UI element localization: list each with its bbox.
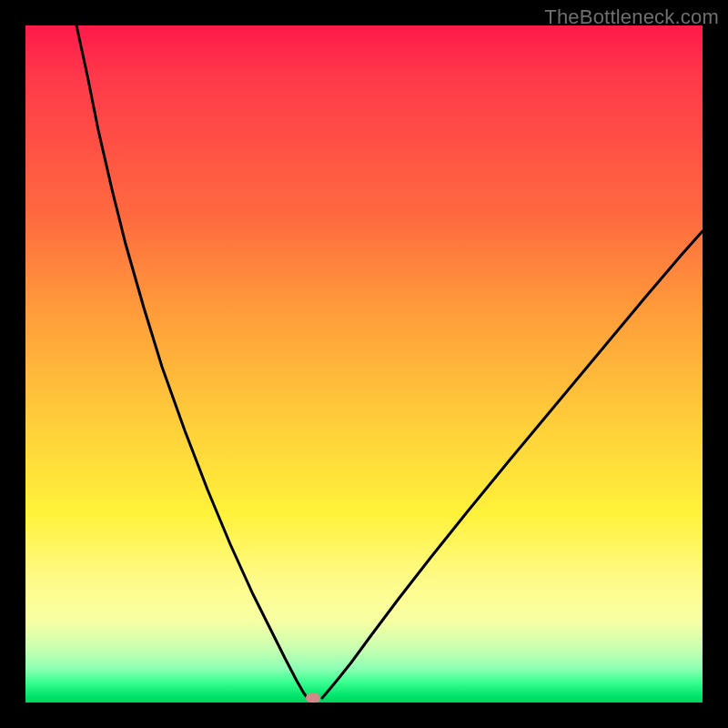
right-curve-path bbox=[322, 231, 703, 698]
dip-marker bbox=[306, 693, 320, 703]
left-curve-path bbox=[76, 25, 308, 698]
curve-svg bbox=[25, 25, 703, 703]
chart-frame bbox=[25, 25, 703, 703]
